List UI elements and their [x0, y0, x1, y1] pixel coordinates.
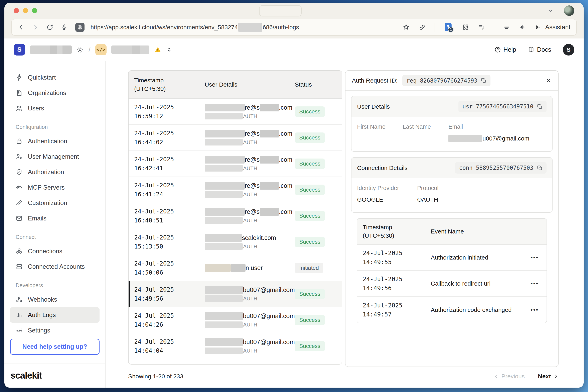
copy-icon[interactable]	[537, 165, 543, 171]
table-row[interactable]: 24-Jul-2025 16:42:41 re@s.com AUTH Succe…	[129, 151, 342, 177]
sidebar-item-label: Quickstart	[28, 74, 56, 81]
sidebar-item-settings[interactable]: Settings	[10, 323, 99, 338]
sidebar-item-label: Emails	[28, 215, 46, 222]
sidebar-item-mcp-servers[interactable]: MCP Servers	[10, 180, 99, 195]
redacted-text	[231, 264, 246, 272]
previous-page-button[interactable]: Previous	[494, 373, 525, 380]
table-row[interactable]: 24-Jul-2025 14:50:06 n user Initiated	[129, 255, 342, 281]
table-row[interactable]: 24-Jul-2025 16:44:02 re@s.com AUTH Succe…	[129, 125, 342, 151]
chevron-down-icon[interactable]	[548, 8, 554, 14]
event-menu-icon[interactable]: •••	[531, 309, 547, 311]
redacted-text	[260, 208, 279, 216]
sidebar-item-label: Webhooks	[28, 296, 57, 303]
redacted-workspace-name	[30, 46, 72, 54]
sidebar-section-label: Configuration	[16, 124, 99, 130]
sidebar-item-authentication[interactable]: Authentication	[10, 134, 99, 149]
event-row[interactable]: 24-Jul-2025 14:49:56 Callback to redirec…	[357, 271, 547, 297]
assistant-button[interactable]: Assistant	[535, 24, 570, 31]
table-row[interactable]: 24-Jul-2025 16:41:24 re@s.com AUTH Succe…	[129, 177, 342, 203]
password-manager-icon[interactable]: 1	[444, 22, 453, 32]
breadcrumb-divider: /	[88, 46, 90, 54]
event-time: 14:49:57	[363, 310, 431, 319]
row-date: 24-Jul-2025	[134, 233, 205, 242]
window-controls	[14, 8, 37, 13]
copy-icon[interactable]	[481, 78, 487, 83]
table-row[interactable]: 24-Jul-2025 16:59:12 re@s.com AUTH Succe…	[129, 99, 342, 125]
user-avatar[interactable]: S	[563, 44, 574, 56]
redacted-text	[205, 286, 243, 294]
environment-switcher-icon[interactable]	[166, 47, 172, 53]
help-circle-icon	[494, 46, 501, 53]
help-button[interactable]: Help	[494, 46, 516, 53]
table-row[interactable]: 24-Jul-2025 16:40:51 re@s.com AUTH Succe…	[129, 203, 342, 229]
table-row[interactable]: 24-Jul-2025 14:04:26 bu007@gmail.com AUT…	[129, 307, 342, 333]
need-help-button[interactable]: Need help setting up?	[10, 339, 99, 355]
chevron-right-icon	[553, 374, 559, 379]
sidebar-item-connected-accounts[interactable]: Connected Accounts	[10, 259, 99, 274]
col-status: Status	[295, 81, 342, 88]
sidebar-item-label: Customization	[28, 200, 67, 206]
playlist-icon[interactable]	[478, 24, 485, 31]
back-icon[interactable]	[18, 24, 24, 31]
partial-row	[129, 359, 342, 364]
event-time: 14:49:55	[363, 258, 431, 266]
minimize-window-button[interactable]	[23, 8, 28, 13]
sidebar-section-label: Developers	[16, 282, 99, 288]
sidebar-item-emails[interactable]: Emails	[10, 211, 99, 226]
browser-profile-avatar[interactable]	[564, 6, 574, 16]
sidebar-item-connections[interactable]: Connections	[10, 244, 99, 259]
copy-icon[interactable]	[537, 104, 543, 110]
sidebar-item-label: Connections	[28, 248, 62, 255]
row-time: 16:44:02	[134, 138, 205, 147]
sidebar-panel-icon[interactable]	[519, 24, 526, 31]
sidebar-item-webhooks[interactable]: Webhooks	[10, 292, 99, 307]
sidebar-item-organizations[interactable]: Organizations	[10, 85, 99, 100]
sidebar-item-authorization[interactable]: Authorization	[10, 164, 99, 180]
sidebar-item-quickstart[interactable]: Quickstart	[10, 70, 99, 85]
redacted-text	[260, 156, 279, 164]
redacted-text	[205, 234, 242, 242]
bookmark-star-icon[interactable]	[403, 24, 410, 31]
scalekit-app: S / </> Help Docs S	[4, 38, 584, 388]
status-badge: Success	[295, 132, 325, 143]
copy-link-icon[interactable]	[419, 24, 426, 31]
close-icon[interactable]	[545, 77, 552, 84]
table-row[interactable]: 24-Jul-2025 15:13:50 scalekit.com AUTH S…	[129, 229, 342, 255]
workspace-settings-gear-icon[interactable]	[76, 46, 84, 53]
zoom-window-button[interactable]	[32, 8, 37, 13]
event-menu-icon[interactable]: •••	[531, 282, 547, 284]
sidebar-item-label: Authorization	[28, 168, 64, 176]
url-text[interactable]: https://app.scalekit.cloud/ws/environmen…	[90, 23, 299, 32]
sidebar-item-user-management[interactable]: User Management	[10, 149, 99, 164]
environment-icon[interactable]: </>	[95, 44, 107, 55]
reload-icon[interactable]	[46, 24, 53, 31]
row-user-email: re@s.com	[205, 104, 295, 112]
email-value: u007@gmail.com	[448, 135, 547, 142]
close-window-button[interactable]	[14, 8, 19, 13]
table-row[interactable]: 24-Jul-2025 14:49:56 bu007@gmail.com AUT…	[129, 281, 342, 307]
site-info-chip[interactable]	[75, 23, 84, 32]
event-date: 24-Jul-2025	[363, 301, 431, 310]
event-row[interactable]: 24-Jul-2025 14:49:57 Authorization code …	[357, 297, 547, 323]
row-user-email: re@s.com	[205, 130, 295, 138]
url-bar[interactable]: https://app.scalekit.cloud/ws/environmen…	[11, 19, 577, 36]
extensions-puzzle-icon[interactable]	[462, 24, 469, 31]
col-user-details: User Details	[205, 81, 295, 88]
redacted-text	[205, 113, 243, 120]
next-page-button[interactable]: Next	[538, 373, 559, 380]
event-menu-icon[interactable]: •••	[531, 256, 547, 258]
auth-logs-page: Timestamp(UTC+5:30) User Details Status …	[106, 61, 584, 388]
forward-icon[interactable]	[32, 24, 39, 31]
email-label: Email	[448, 124, 547, 130]
event-name: Authorization initiated	[431, 254, 531, 261]
table-row[interactable]: 24-Jul-2025 14:04:04 bu007@gmail.com AUT…	[129, 333, 342, 359]
microphone-icon[interactable]	[61, 24, 68, 31]
docs-button[interactable]: Docs	[528, 46, 551, 53]
sidebar-item-customization[interactable]: Customization	[10, 195, 99, 211]
event-row[interactable]: 24-Jul-2025 14:49:55 Authorization initi…	[357, 245, 547, 271]
sidebar-item-users[interactable]: Users	[10, 100, 99, 116]
sidebar-item-auth-logs[interactable]: Auth Logs	[10, 307, 99, 323]
workspace-logo[interactable]: S	[14, 44, 25, 56]
reader-mode-icon[interactable]	[503, 24, 510, 31]
browser-tab[interactable]	[259, 5, 301, 16]
